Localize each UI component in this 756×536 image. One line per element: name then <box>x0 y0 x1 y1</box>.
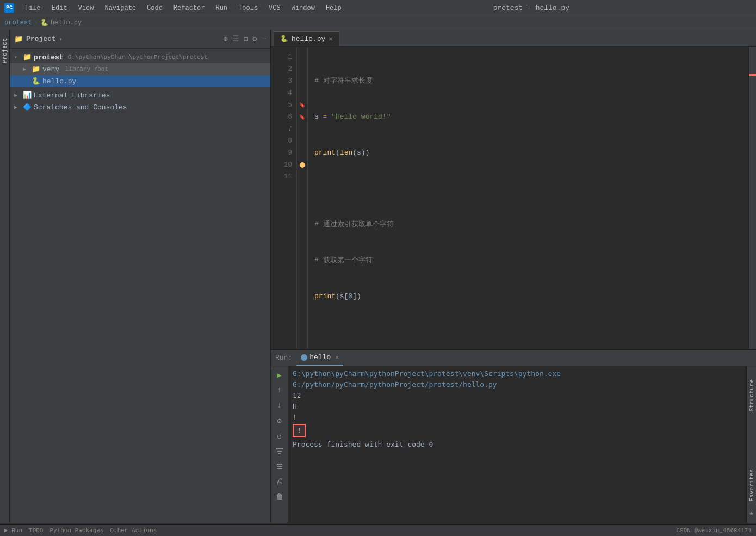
code-line-2: s = "Hello world!" <box>314 111 748 123</box>
run-panel: Run: hello ✕ ▶ ↑ ↓ ⚙ ↺ <box>271 349 756 523</box>
tab-file-icon: 🐍 <box>280 35 288 43</box>
output-line-12: 12 <box>293 390 742 401</box>
tree-venv-sublabel: library root <box>61 66 108 72</box>
menu-view[interactable]: View <box>76 3 96 13</box>
run-tab-name: hello <box>309 353 331 361</box>
tree-item-external-libs[interactable]: ▶ 📊 External Libraries <box>10 89 270 101</box>
tree-item-venv[interactable]: ▶ 📁 venv library root <box>10 63 270 75</box>
error-badge: ! <box>293 424 306 437</box>
breadcrumb-project[interactable]: protest <box>4 19 32 27</box>
menu-window[interactable]: Window <box>289 3 317 13</box>
tree-item-protest[interactable]: ▾ 📁 protest G:\python\pyCharm\pythonProj… <box>10 51 270 63</box>
watermark: CSDN @weixin_45684171 <box>676 527 752 534</box>
tab-filename: hello.py <box>292 35 325 43</box>
filter-icon <box>276 447 283 455</box>
status-bar: ▶ Run TODO Python Packages Other Actions… <box>0 524 756 536</box>
status-bar-right: CSDN @weixin_45684171 <box>676 527 752 534</box>
tree-extlibs-label: External Libraries <box>34 91 110 100</box>
window-title: protest - hello.py <box>493 4 569 12</box>
run-tab-hello[interactable]: hello ✕ <box>296 350 343 366</box>
structure-vertical-tab[interactable]: Structure <box>748 379 755 411</box>
code-line-6: # 获取第一个字符 <box>314 255 748 267</box>
locate-file-btn[interactable]: ⊕ <box>223 34 227 44</box>
tree-item-scratches[interactable]: ▶ 🔷 Scratches and Consoles <box>10 101 270 113</box>
scratches-icon: 🔷 <box>23 103 32 112</box>
status-bar-left: ▶ Run TODO Python Packages Other Actions <box>4 527 157 534</box>
menu-edit[interactable]: Edit <box>49 3 70 13</box>
menu-refactor[interactable]: Refactor <box>171 3 207 13</box>
code-editor: 1 2 3 4 5 6 7 8 9 10 11 🔖 <box>271 47 756 349</box>
svg-rect-0 <box>276 448 283 449</box>
tree-protest-path: G:\python\pyCharm\pythonProject\protest <box>68 54 208 60</box>
file-tree: ▾ 📁 protest G:\python\pyCharm\pythonProj… <box>10 49 270 523</box>
favorites-vertical-tab[interactable]: Favorites <box>748 469 755 501</box>
menu-help[interactable]: Help <box>324 3 344 13</box>
run-scroll-btn[interactable] <box>273 460 286 473</box>
menu-run[interactable]: Run <box>213 3 230 13</box>
output-line-error-badge: ! <box>293 424 742 437</box>
menu-file[interactable]: File <box>23 3 43 13</box>
breadcrumb-separator: › <box>34 19 38 27</box>
tree-item-hello-py[interactable]: ▶ 🐍 hello.py <box>10 75 270 87</box>
run-settings-btn[interactable]: ⚙ <box>273 414 286 427</box>
run-delete-btn[interactable]: 🗑 <box>273 490 286 503</box>
venv-folder-icon: 📁 <box>32 65 40 73</box>
folder-icon: 📁 <box>14 35 23 44</box>
code-line-1: # 对字符串求长度 <box>314 75 748 87</box>
run-filter-btn[interactable] <box>273 445 286 458</box>
menu-tools[interactable]: Tools <box>236 3 260 13</box>
breadcrumb-icon: 🐍 <box>40 19 48 27</box>
project-panel-actions: ⊕ ☰ ⊟ ⚙ — <box>223 34 266 44</box>
menu-code[interactable]: Code <box>145 3 165 13</box>
expand-arrow: ▶ <box>23 66 29 72</box>
settings-btn[interactable]: ⚙ <box>252 34 257 44</box>
run-play-btn[interactable]: ▶ <box>273 368 286 381</box>
menu-navigate[interactable]: Navigate <box>102 3 138 13</box>
comment-1: # 对字符串求长度 <box>314 75 373 87</box>
python-packages-item[interactable]: Python Packages <box>49 527 103 534</box>
tab-close-btn[interactable]: ✕ <box>329 35 332 43</box>
project-panel-header: 📁 Project ▾ ⊕ ☰ ⊟ ⚙ — <box>10 29 270 49</box>
run-down-btn[interactable]: ↓ <box>273 399 286 412</box>
run-rerun-btn[interactable]: ↺ <box>273 429 286 442</box>
other-actions-item[interactable]: Other Actions <box>110 527 157 534</box>
lib-icon: 📊 <box>23 91 32 100</box>
run-status-item[interactable]: ▶ Run <box>4 527 22 534</box>
title-bar: PC File Edit View Navigate Code Refactor… <box>0 0 756 16</box>
project-vertical-tab[interactable]: Project <box>1 35 9 66</box>
tree-protest-label: protest <box>34 53 64 61</box>
scroll-from-source-btn[interactable]: ☰ <box>232 34 239 44</box>
python-file-icon: 🐍 <box>32 77 40 85</box>
svg-rect-3 <box>277 464 282 465</box>
tree-scratches-label: Scratches and Consoles <box>34 103 127 112</box>
code-line-4 <box>314 183 748 195</box>
breadcrumb-file[interactable]: hello.py <box>51 19 82 27</box>
dropdown-icon[interactable]: ▾ <box>59 36 63 42</box>
star-icon[interactable]: ★ <box>749 508 753 517</box>
run-panel-header: Run: hello ✕ <box>271 350 756 366</box>
output-line-excl: ! <box>293 412 742 423</box>
menu-vcs[interactable]: VCS <box>267 3 283 13</box>
expand-arrow: ▾ <box>14 54 21 60</box>
editor-tab-hello-py[interactable]: 🐍 hello.py ✕ <box>273 31 340 46</box>
hide-panel-btn[interactable]: — <box>262 34 266 44</box>
run-tab-icon <box>301 354 307 361</box>
breadcrumb: protest › 🐍 hello.py <box>0 16 756 29</box>
run-print-btn[interactable]: 🖨 <box>273 475 286 488</box>
expand-arrow: ▶ <box>14 92 21 98</box>
run-tab-close[interactable]: ✕ <box>335 354 339 361</box>
run-up-btn[interactable]: ↑ <box>273 384 286 397</box>
collapse-all-btn[interactable]: ⊟ <box>244 34 248 44</box>
code-line-5: # 通过索引获取单个字符 <box>314 219 748 231</box>
project-panel: 📁 Project ▾ ⊕ ☰ ⊟ ⚙ — ▾ 📁 protest G:\pyt… <box>10 29 271 523</box>
process-finish-msg: Process finished with exit code 0 <box>293 439 433 450</box>
bookmark-icon-6: 🔖 <box>299 114 305 120</box>
todo-status-item[interactable]: TODO <box>29 527 43 534</box>
scroll-icon <box>276 463 283 470</box>
run-output: G:\python\pyCharm\pythonProject\protest\… <box>288 366 746 523</box>
title-bar-left: PC File Edit View Navigate Code Refactor… <box>4 3 344 13</box>
folder-icon: 📁 <box>23 53 32 61</box>
bookmark-icon-5: 🔖 <box>299 102 305 108</box>
code-content[interactable]: # 对字符串求长度 s = "Hello world!" print(len(s… <box>308 47 748 349</box>
menu-bar: File Edit View Navigate Code Refactor Ru… <box>23 3 344 13</box>
